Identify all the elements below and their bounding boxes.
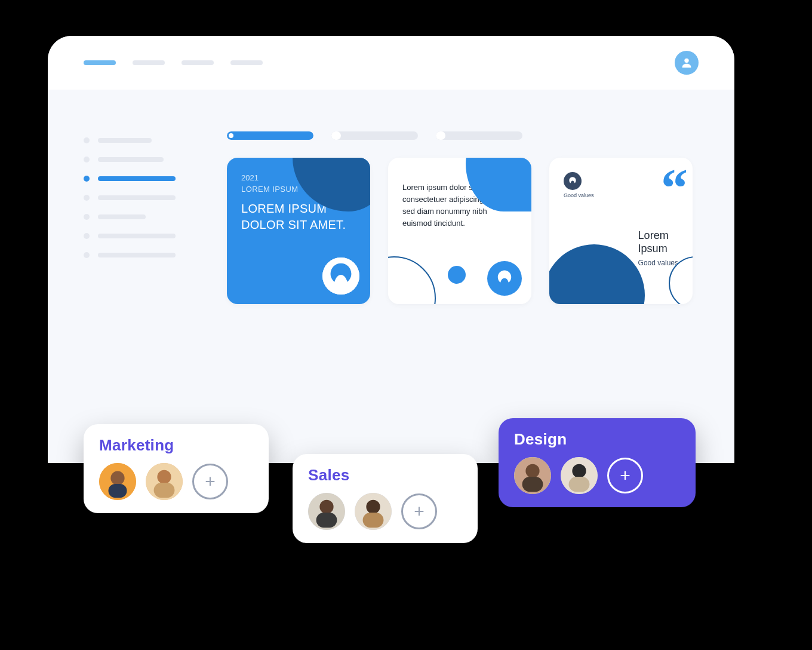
sidebar-item-4[interactable] <box>84 195 203 201</box>
sidebar-item-3[interactable] <box>84 176 203 182</box>
avatar[interactable] <box>355 493 392 530</box>
card3-line2: Ipsum <box>638 243 678 256</box>
add-member-button[interactable]: + <box>192 464 228 499</box>
team-title: Marketing <box>99 436 253 455</box>
team-card-marketing[interactable]: Marketing + <box>84 424 269 513</box>
team-title: Sales <box>308 466 462 485</box>
step-3[interactable] <box>436 131 522 140</box>
template-card-2[interactable]: Lorem ipsum dolor sit amet, consectetuer… <box>388 158 531 304</box>
svg-rect-13 <box>316 513 337 528</box>
sidebar <box>84 131 203 304</box>
avatar[interactable] <box>514 457 551 494</box>
template-card-3[interactable]: Good values “ Lorem Ipsum Good values <box>549 158 693 304</box>
app-window: 2021 LOREM IPSUM LOREM IPSUM DOLOR SIT A… <box>48 36 734 463</box>
svg-point-18 <box>525 464 539 478</box>
nav-tab-1[interactable] <box>84 60 116 65</box>
add-member-button[interactable]: + <box>607 458 643 493</box>
add-member-button[interactable]: + <box>401 493 437 529</box>
avatar[interactable] <box>99 463 136 500</box>
svg-point-3 <box>504 273 508 277</box>
svg-point-15 <box>366 500 380 514</box>
person-logo-icon <box>322 257 359 295</box>
avatar[interactable] <box>146 463 183 500</box>
template-card-1[interactable]: 2021 LOREM IPSUM LOREM IPSUM DOLOR SIT A… <box>227 158 370 304</box>
sidebar-item-7[interactable] <box>84 252 203 258</box>
svg-rect-19 <box>522 477 543 492</box>
avatar[interactable] <box>561 457 598 494</box>
svg-point-1 <box>322 257 359 295</box>
team-title: Design <box>514 430 680 449</box>
nav-tab-3[interactable] <box>182 60 214 65</box>
template-cards: 2021 LOREM IPSUM LOREM IPSUM DOLOR SIT A… <box>227 158 699 304</box>
sidebar-item-2[interactable] <box>84 157 203 162</box>
svg-rect-10 <box>154 483 175 498</box>
team-card-design[interactable]: Design + <box>499 418 696 507</box>
topbar <box>48 36 734 90</box>
quote-icon: “ <box>661 172 681 204</box>
step-2[interactable] <box>331 131 418 140</box>
card3-line1: Lorem <box>638 229 678 243</box>
card3-line3: Good values <box>638 259 678 267</box>
step-progress <box>227 131 699 140</box>
sidebar-item-5[interactable] <box>84 214 203 220</box>
svg-rect-22 <box>569 477 590 492</box>
svg-point-12 <box>319 500 333 514</box>
cursor-icon <box>657 508 693 544</box>
svg-point-0 <box>684 59 688 63</box>
card3-logo-label: Good values <box>564 192 594 198</box>
nav-tab-2[interactable] <box>133 60 165 65</box>
svg-rect-16 <box>363 513 384 528</box>
svg-point-4 <box>572 179 574 180</box>
person-logo-icon <box>487 261 522 296</box>
nav-tab-4[interactable] <box>230 60 263 65</box>
avatar[interactable] <box>308 493 345 530</box>
team-card-sales[interactable]: Sales + <box>293 454 478 543</box>
svg-rect-7 <box>109 484 127 498</box>
sidebar-item-6[interactable] <box>84 233 203 239</box>
svg-point-9 <box>157 470 171 484</box>
sidebar-item-1[interactable] <box>84 137 203 143</box>
svg-point-6 <box>110 471 124 485</box>
profile-avatar-icon[interactable] <box>675 51 699 75</box>
mini-logo-icon <box>564 172 582 190</box>
svg-point-21 <box>572 464 586 478</box>
step-1[interactable] <box>227 131 313 140</box>
svg-point-2 <box>340 268 347 275</box>
